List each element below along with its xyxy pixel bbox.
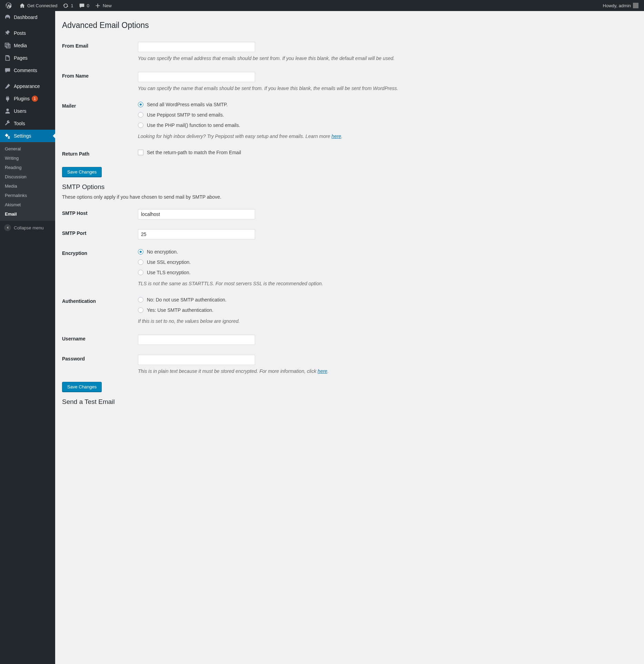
- mailer-opt2-label: Use Pepipost SMTP to send emails.: [147, 112, 224, 118]
- form-smtp: SMTP Host SMTP Port Encryption No encryp…: [62, 204, 637, 380]
- comment-icon: [79, 3, 85, 9]
- menu-comments-label: Comments: [14, 68, 37, 73]
- menu-users[interactable]: Users: [0, 105, 55, 117]
- admin-menu: Dashboard Posts Media Pages Comments App…: [0, 11, 55, 664]
- form-advanced: From Email You can specify the email add…: [62, 37, 637, 165]
- mailer-label: Mailer: [62, 102, 138, 109]
- menu-dashboard[interactable]: Dashboard: [0, 11, 55, 23]
- password-desc-link[interactable]: here: [318, 368, 327, 374]
- submenu-writing[interactable]: Writing: [0, 153, 55, 163]
- menu-tools-label: Tools: [14, 121, 25, 126]
- mailer-opt1-label: Send all WordPress emails via SMTP.: [147, 102, 228, 107]
- password-label: Password: [62, 355, 138, 361]
- auth-opt2-label: Yes: Use SMTP authentication.: [147, 307, 213, 313]
- dashboard-icon: [4, 14, 11, 21]
- plugins-update-badge: 1: [32, 96, 38, 102]
- updates-link[interactable]: 1: [60, 0, 76, 11]
- howdy-label: Howdy, admin: [603, 3, 631, 8]
- submenu-reading[interactable]: Reading: [0, 163, 55, 172]
- smtp-port-input[interactable]: [138, 229, 255, 239]
- auth-radio-yes[interactable]: [138, 307, 143, 313]
- mailer-radio-pepipost[interactable]: [138, 112, 143, 118]
- menu-appearance[interactable]: Appearance: [0, 80, 55, 92]
- submenu-email[interactable]: Email: [0, 209, 55, 219]
- encryption-opt1-label: No encryption.: [147, 249, 178, 255]
- comments-icon: [4, 67, 11, 74]
- plus-icon: [95, 3, 101, 9]
- encryption-radio-tls[interactable]: [138, 270, 143, 275]
- menu-comments[interactable]: Comments: [0, 64, 55, 77]
- comments-link[interactable]: 0: [76, 0, 92, 11]
- update-icon: [63, 3, 69, 9]
- page-body: Advanced Email Options From Email You ca…: [55, 11, 644, 422]
- smtp-host-label: SMTP Host: [62, 209, 138, 216]
- wp-logo[interactable]: [3, 0, 17, 11]
- username-input[interactable]: [138, 335, 255, 345]
- plugin-icon: [4, 95, 11, 102]
- return-path-opt-label: Set the return-path to match the From Em…: [147, 150, 241, 155]
- menu-tools[interactable]: Tools: [0, 117, 55, 130]
- menu-dashboard-label: Dashboard: [14, 14, 38, 20]
- password-desc-prefix: This is in plain text because it must be…: [138, 368, 318, 374]
- user-icon: [4, 108, 11, 115]
- new-label: New: [103, 3, 112, 8]
- from-email-input[interactable]: [138, 42, 255, 52]
- wordpress-icon: [6, 2, 12, 9]
- settings-icon: [4, 132, 11, 139]
- password-input[interactable]: [138, 355, 255, 365]
- media-icon: [4, 42, 11, 49]
- encryption-desc: TLS is not the same as STARTTLS. For mos…: [138, 280, 637, 287]
- submenu-discussion[interactable]: Discussion: [0, 172, 55, 181]
- pages-icon: [4, 54, 11, 61]
- submenu-media[interactable]: Media: [0, 181, 55, 191]
- from-email-desc: You can specify the email address that e…: [138, 55, 637, 62]
- admin-bar: Get Connected 1 0 New Howdy, admin: [0, 0, 644, 11]
- collapse-menu[interactable]: Collapse menu: [0, 221, 55, 235]
- password-desc-suffix: .: [327, 368, 329, 374]
- auth-desc: If this is set to no, the values below a…: [138, 318, 637, 325]
- site-name-link[interactable]: Get Connected: [17, 0, 60, 11]
- return-path-checkbox[interactable]: [138, 150, 143, 155]
- smtp-options-intro: These options only apply if you have cho…: [62, 194, 637, 201]
- menu-plugins[interactable]: Plugins 1: [0, 92, 55, 105]
- smtp-host-input[interactable]: [138, 209, 255, 219]
- menu-plugins-label: Plugins: [14, 96, 30, 101]
- test-email-title: Send a Test Email: [62, 398, 637, 406]
- submenu-akismet[interactable]: Akismet: [0, 200, 55, 209]
- menu-media-label: Media: [14, 43, 27, 48]
- mailer-radio-phpmail[interactable]: [138, 122, 143, 128]
- submenu-general[interactable]: General: [0, 144, 55, 153]
- menu-media[interactable]: Media: [0, 39, 55, 52]
- password-desc: This is in plain text because it must be…: [138, 368, 637, 375]
- collapse-icon: [4, 224, 11, 231]
- mailer-radio-smtp[interactable]: [138, 102, 143, 107]
- settings-submenu: General Writing Reading Discussion Media…: [0, 142, 55, 221]
- brush-icon: [4, 83, 11, 90]
- pin-icon: [4, 30, 11, 37]
- account-link[interactable]: Howdy, admin: [600, 0, 641, 11]
- from-name-input[interactable]: [138, 72, 255, 82]
- mailer-desc-link[interactable]: here: [332, 133, 341, 139]
- save-button-1[interactable]: Save Changes: [62, 167, 102, 177]
- from-name-label: From Name: [62, 72, 138, 79]
- menu-users-label: Users: [14, 108, 27, 114]
- new-link[interactable]: New: [92, 0, 114, 11]
- encryption-opt3-label: Use TLS encryption.: [147, 270, 191, 275]
- submenu-permalinks[interactable]: Permalinks: [0, 191, 55, 200]
- avatar: [633, 3, 638, 8]
- wrench-icon: [4, 120, 11, 127]
- auth-opt1-label: No: Do not use SMTP authentication.: [147, 297, 227, 303]
- collapse-label: Collapse menu: [14, 225, 44, 230]
- encryption-opt2-label: Use SSL encryption.: [147, 259, 191, 265]
- menu-settings[interactable]: Settings: [0, 130, 55, 142]
- from-email-label: From Email: [62, 42, 138, 49]
- menu-posts[interactable]: Posts: [0, 27, 55, 39]
- username-label: Username: [62, 335, 138, 341]
- home-icon: [19, 3, 25, 9]
- menu-pages[interactable]: Pages: [0, 52, 55, 64]
- auth-radio-no[interactable]: [138, 297, 143, 303]
- encryption-radio-ssl[interactable]: [138, 259, 143, 265]
- updates-count: 1: [71, 3, 73, 8]
- save-button-2[interactable]: Save Changes: [62, 382, 102, 392]
- encryption-radio-none[interactable]: [138, 249, 143, 255]
